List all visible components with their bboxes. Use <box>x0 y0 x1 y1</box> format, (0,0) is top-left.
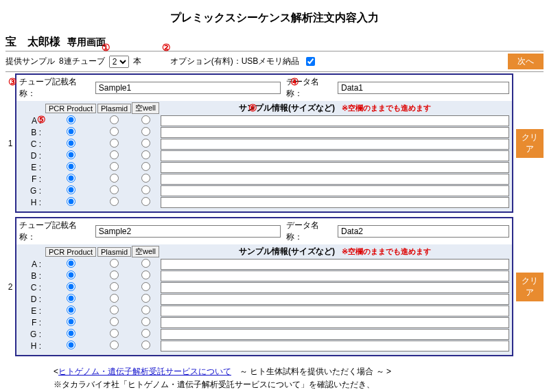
radio-plasmid[interactable] <box>110 174 119 183</box>
radio-empty[interactable] <box>141 115 150 124</box>
radio-pcr[interactable] <box>67 127 75 136</box>
radio-pcr[interactable] <box>67 197 75 206</box>
data-name-input[interactable] <box>338 82 509 94</box>
radio-pcr[interactable] <box>67 305 75 314</box>
row-label: E : <box>19 163 44 172</box>
radio-plasmid[interactable] <box>110 139 119 148</box>
radio-empty[interactable] <box>141 139 150 148</box>
radio-empty[interactable] <box>141 127 150 136</box>
sample-grid: PCR ProductPlasmid空wellサンプル情報(サイズなど)※空欄の… <box>16 101 512 211</box>
radio-empty[interactable] <box>141 305 150 314</box>
footer-link-pre: < <box>54 367 58 376</box>
radio-empty[interactable] <box>141 294 150 303</box>
radio-plasmid[interactable] <box>110 150 119 159</box>
options-row: 提供サンプル 8連チューブ 123 本 オプション(有料)：USBメモリ納品 次… <box>5 51 544 72</box>
radio-pcr[interactable] <box>67 317 75 326</box>
radio-pcr[interactable] <box>67 162 75 171</box>
radio-empty[interactable] <box>141 317 150 326</box>
radio-plasmid[interactable] <box>110 127 119 136</box>
radio-plasmid[interactable] <box>110 317 119 326</box>
radio-pcr[interactable] <box>67 174 75 183</box>
sample-info-input[interactable] <box>161 259 509 270</box>
row-label: B : <box>19 271 44 281</box>
radio-pcr[interactable] <box>67 329 75 338</box>
radio-plasmid[interactable] <box>110 270 119 279</box>
sample-info-input[interactable] <box>161 317 509 328</box>
clear-button[interactable]: クリア <box>516 273 544 301</box>
radio-pcr[interactable] <box>67 259 75 268</box>
sample-info-input[interactable] <box>161 162 509 173</box>
radio-plasmid[interactable] <box>110 329 119 338</box>
radio-pcr[interactable] <box>67 139 75 148</box>
radio-plasmid[interactable] <box>110 341 119 349</box>
sample-info-input[interactable] <box>161 329 509 340</box>
sample-info-input[interactable] <box>161 270 509 281</box>
sample-info-input[interactable] <box>161 282 509 293</box>
data-name-input[interactable] <box>338 225 509 238</box>
usb-option-checkbox[interactable] <box>306 57 315 66</box>
grid-header: PCR ProductPlasmid空wellサンプル情報(サイズなど)※空欄の… <box>19 246 509 257</box>
radio-empty[interactable] <box>141 329 150 338</box>
clear-button[interactable]: クリア <box>516 129 544 158</box>
sample-info-input[interactable] <box>161 294 509 305</box>
radio-empty[interactable] <box>141 341 150 349</box>
name-row: チューブ記載名称：データ名称： <box>16 218 512 244</box>
radio-empty[interactable] <box>141 270 150 279</box>
sample-info-input[interactable] <box>161 197 509 208</box>
row-label: G : <box>19 330 44 339</box>
hdr-info: サンプル情報(サイズなど) <box>239 103 335 113</box>
tube-name-input[interactable] <box>95 225 281 238</box>
sample-row: A :⑤ <box>19 115 509 126</box>
block-number: 1 <box>5 73 15 213</box>
user-name: 宝 太郎様 <box>5 36 60 47</box>
radio-plasmid[interactable] <box>110 197 119 206</box>
radio-pcr[interactable] <box>67 294 75 303</box>
radio-plasmid[interactable] <box>110 282 119 291</box>
radio-empty[interactable] <box>141 282 150 291</box>
radio-empty[interactable] <box>141 185 150 194</box>
sample-info-input[interactable] <box>161 305 509 316</box>
next-button-top[interactable]: 次へ <box>508 54 544 69</box>
radio-empty[interactable] <box>141 197 150 206</box>
data-name-label: データ名称： <box>286 76 335 100</box>
radio-pcr[interactable] <box>67 115 75 124</box>
tube-name-input[interactable] <box>95 82 281 94</box>
hdr-note: ※空欄のままでも進めます <box>342 104 431 112</box>
radio-plasmid[interactable] <box>110 305 119 314</box>
sample-row: H : <box>19 341 509 351</box>
footer-link[interactable]: ヒトゲノム・遺伝子解析受託サービスについて <box>58 367 231 376</box>
row-label: F : <box>19 174 44 184</box>
radio-pcr[interactable] <box>67 185 75 194</box>
radio-pcr[interactable] <box>67 282 75 291</box>
radio-pcr[interactable] <box>67 150 75 159</box>
radio-pcr[interactable] <box>67 270 75 279</box>
radio-plasmid[interactable] <box>110 115 119 124</box>
sample-info-input[interactable] <box>161 341 509 351</box>
block-main: チューブ記載名称：データ名称：PCR ProductPlasmid空wellサン… <box>15 217 513 356</box>
block-number: 2 <box>5 217 15 356</box>
radio-pcr[interactable] <box>67 341 75 349</box>
radio-empty[interactable] <box>141 259 150 268</box>
sample-info-input[interactable] <box>161 139 509 150</box>
sample-row: H : <box>19 197 509 208</box>
sample-info-input[interactable] <box>161 115 509 126</box>
radio-empty[interactable] <box>141 174 150 183</box>
hdr-pcr: PCR Product <box>45 247 96 257</box>
sample-info-input[interactable] <box>161 174 509 185</box>
clear-col: クリア <box>513 73 544 213</box>
sample-info-input[interactable] <box>161 185 509 196</box>
data-name-label: データ名称： <box>286 220 335 243</box>
radio-plasmid[interactable] <box>110 185 119 194</box>
radio-empty[interactable] <box>141 162 150 171</box>
tube-name-label: チューブ記載名称： <box>19 76 93 100</box>
tube-count-select[interactable]: 123 <box>109 56 129 68</box>
sample-info-input[interactable] <box>161 150 509 161</box>
radio-plasmid[interactable] <box>110 294 119 303</box>
radio-plasmid[interactable] <box>110 162 119 171</box>
radio-empty[interactable] <box>141 150 150 159</box>
row-label: E : <box>19 306 44 316</box>
grid-header: PCR ProductPlasmid空wellサンプル情報(サイズなど)※空欄の… <box>19 102 509 114</box>
radio-plasmid[interactable] <box>110 259 119 268</box>
name-row: チューブ記載名称：データ名称：③④ <box>16 75 512 101</box>
sample-info-input[interactable] <box>161 127 509 138</box>
